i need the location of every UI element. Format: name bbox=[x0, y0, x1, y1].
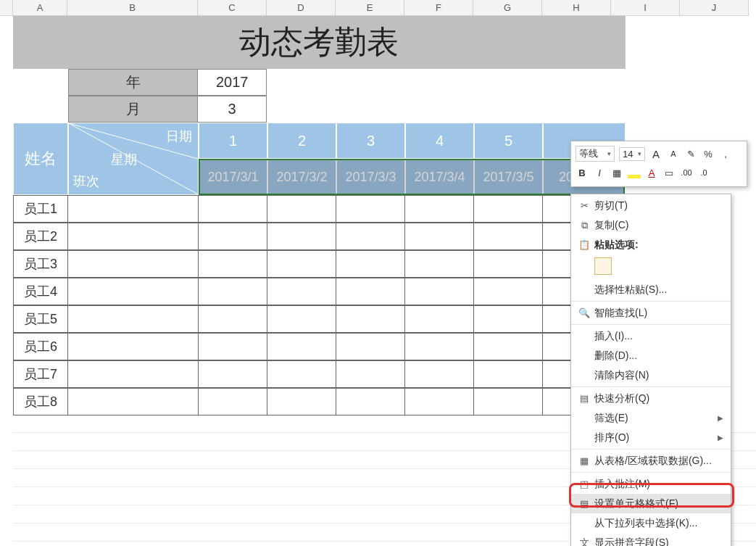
cell[interactable] bbox=[336, 195, 405, 223]
cell[interactable] bbox=[267, 360, 336, 388]
comma-button[interactable]: , bbox=[719, 149, 732, 160]
title-cell[interactable]: 动态考勤表 bbox=[13, 16, 626, 69]
cell[interactable] bbox=[267, 333, 336, 360]
cell[interactable] bbox=[199, 195, 267, 223]
ctx-paste-options[interactable]: 📋粘贴选项: bbox=[571, 235, 731, 255]
cell[interactable] bbox=[267, 278, 336, 305]
col-header-B[interactable]: B bbox=[67, 0, 198, 15]
cell[interactable] bbox=[199, 360, 267, 388]
table-row[interactable]: 员工4 bbox=[13, 278, 626, 305]
header-num-5[interactable]: 5 bbox=[474, 123, 543, 159]
header-num-4[interactable]: 4 bbox=[405, 123, 474, 159]
cell[interactable] bbox=[68, 250, 199, 278]
header-diagonal-cell[interactable]: 日期 星期 班次 bbox=[68, 123, 199, 195]
cell[interactable] bbox=[199, 388, 267, 415]
col-header-F[interactable]: F bbox=[404, 0, 473, 15]
select-all-corner[interactable] bbox=[0, 0, 13, 15]
cell[interactable] bbox=[405, 250, 474, 278]
col-header-E[interactable]: E bbox=[336, 0, 404, 15]
col-header-H[interactable]: H bbox=[542, 0, 611, 15]
italic-button[interactable]: I bbox=[593, 167, 606, 178]
cell[interactable] bbox=[405, 333, 474, 360]
cell[interactable] bbox=[68, 388, 199, 415]
header-date-2[interactable]: 2017/3/2 bbox=[267, 159, 336, 195]
cell[interactable] bbox=[474, 278, 543, 305]
cell[interactable] bbox=[336, 305, 405, 333]
header-num-3[interactable]: 3 bbox=[336, 123, 405, 159]
cell[interactable] bbox=[405, 360, 474, 388]
cell[interactable] bbox=[474, 223, 543, 250]
cell[interactable] bbox=[336, 360, 405, 388]
ctx-clear[interactable]: 清除内容(N) bbox=[571, 365, 731, 385]
paste-option-default[interactable] bbox=[594, 257, 612, 275]
employee-cell[interactable]: 员工6 bbox=[13, 333, 68, 360]
format-painter-icon[interactable]: ✎ bbox=[684, 149, 697, 160]
font-color-button[interactable]: A bbox=[645, 167, 658, 178]
cell[interactable] bbox=[405, 278, 474, 305]
employee-cell[interactable]: 员工4 bbox=[13, 278, 68, 305]
table-row[interactable]: 员工6 bbox=[13, 333, 626, 360]
employee-cell[interactable]: 员工5 bbox=[13, 305, 68, 333]
cell[interactable] bbox=[68, 223, 199, 250]
cell[interactable] bbox=[474, 250, 543, 278]
table-row[interactable]: 员工5 bbox=[13, 305, 626, 333]
cell[interactable] bbox=[405, 305, 474, 333]
table-row[interactable]: 员工2 bbox=[13, 223, 626, 250]
ctx-quick-analysis[interactable]: ▤快速分析(Q) bbox=[571, 389, 731, 408]
ctx-sort[interactable]: 排序(O)▶ bbox=[571, 428, 731, 447]
table-row[interactable]: 员工3 bbox=[13, 250, 626, 278]
employee-cell[interactable]: 员工2 bbox=[13, 223, 68, 250]
font-selector[interactable]: 等线 ▾ bbox=[576, 146, 615, 162]
cell[interactable] bbox=[474, 360, 543, 388]
cell[interactable] bbox=[199, 333, 267, 360]
cell[interactable] bbox=[267, 388, 336, 415]
cell[interactable] bbox=[68, 333, 199, 360]
employee-cell[interactable]: 员工1 bbox=[13, 195, 68, 223]
col-header-G[interactable]: G bbox=[473, 0, 542, 15]
cell[interactable] bbox=[336, 250, 405, 278]
cell[interactable] bbox=[336, 333, 405, 360]
ctx-pick-list[interactable]: 从下拉列表中选择(K)... bbox=[571, 513, 731, 533]
cell[interactable] bbox=[405, 388, 474, 415]
cell[interactable] bbox=[267, 305, 336, 333]
col-header-J[interactable]: J bbox=[680, 0, 749, 15]
employee-cell[interactable]: 员工3 bbox=[13, 250, 68, 278]
employee-cell[interactable]: 员工7 bbox=[13, 360, 68, 388]
ctx-paste-special[interactable]: 选择性粘贴(S)... bbox=[571, 280, 731, 299]
cell[interactable] bbox=[405, 195, 474, 223]
percent-button[interactable]: % bbox=[702, 149, 715, 160]
cell[interactable] bbox=[474, 333, 543, 360]
cell[interactable] bbox=[336, 223, 405, 250]
cell[interactable] bbox=[68, 360, 199, 388]
ctx-show-pinyin[interactable]: 文显示拼音字段(S) bbox=[571, 533, 731, 546]
ctx-cut[interactable]: ✂剪切(T) bbox=[571, 196, 731, 215]
month-value-cell[interactable]: 3 bbox=[198, 96, 267, 123]
cell[interactable] bbox=[474, 195, 543, 223]
cell[interactable] bbox=[267, 223, 336, 250]
header-name-cell[interactable]: 姓名 bbox=[13, 123, 68, 195]
cell[interactable] bbox=[199, 305, 267, 333]
table-row[interactable]: 员工1 bbox=[13, 195, 626, 223]
header-date-1[interactable]: 2017/3/1 bbox=[199, 159, 267, 195]
cell[interactable] bbox=[336, 388, 405, 415]
increase-font-button[interactable]: A bbox=[649, 148, 662, 160]
ctx-get-data[interactable]: ▦从表格/区域获取数据(G)... bbox=[571, 451, 731, 471]
cell[interactable] bbox=[199, 278, 267, 305]
ctx-insert-comment[interactable]: ◳插入批注(M) bbox=[571, 474, 731, 494]
cell[interactable] bbox=[336, 278, 405, 305]
cell[interactable] bbox=[474, 305, 543, 333]
col-header-C[interactable]: C bbox=[198, 0, 267, 15]
ctx-delete[interactable]: 删除(D)... bbox=[571, 346, 731, 365]
year-label-cell[interactable]: 年 bbox=[68, 69, 198, 96]
header-date-5[interactable]: 2017/3/5 bbox=[474, 159, 543, 195]
ctx-format-cells[interactable]: ▤设置单元格格式(F)... bbox=[571, 494, 731, 513]
table-row[interactable]: 员工7 bbox=[13, 360, 626, 388]
ctx-smart-lookup[interactable]: 🔍智能查找(L) bbox=[571, 303, 731, 323]
employee-cell[interactable]: 员工8 bbox=[13, 388, 68, 415]
table-row[interactable]: 员工8 bbox=[13, 388, 626, 415]
decrease-decimal-button[interactable]: .00 bbox=[680, 168, 693, 177]
ctx-copy[interactable]: ⧉复制(C) bbox=[571, 215, 731, 235]
cell[interactable] bbox=[68, 278, 199, 305]
bold-button[interactable]: B bbox=[576, 167, 589, 178]
border-button[interactable]: ▦ bbox=[610, 167, 623, 178]
